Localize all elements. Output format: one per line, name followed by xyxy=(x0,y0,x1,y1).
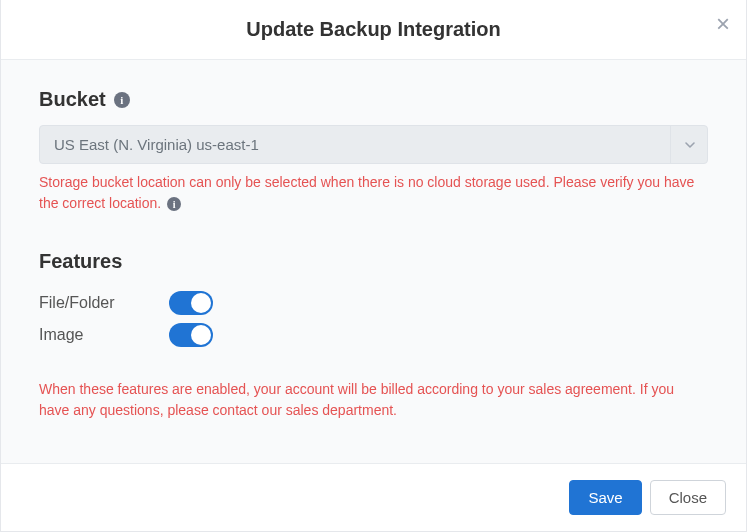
toggle-file-folder[interactable] xyxy=(169,291,213,315)
toggle-image[interactable] xyxy=(169,323,213,347)
feature-label: File/Folder xyxy=(39,294,169,312)
close-button[interactable]: Close xyxy=(650,480,726,515)
toggle-knob xyxy=(191,293,211,313)
bucket-select[interactable]: US East (N. Virginia) us-east-1 xyxy=(39,125,708,164)
bucket-warning-text: Storage bucket location can only be sele… xyxy=(39,174,694,211)
features-heading: Features xyxy=(39,250,708,273)
bucket-select-value: US East (N. Virginia) us-east-1 xyxy=(39,125,708,164)
modal-header: Update Backup Integration × xyxy=(1,0,746,60)
toggle-knob xyxy=(191,325,211,345)
billing-note: When these features are enabled, your ac… xyxy=(39,379,708,421)
info-icon[interactable]: i xyxy=(167,197,181,211)
bucket-warning: Storage bucket location can only be sele… xyxy=(39,172,708,214)
update-backup-modal: Update Backup Integration × Bucket i US … xyxy=(0,0,747,532)
info-icon[interactable]: i xyxy=(114,92,130,108)
feature-label: Image xyxy=(39,326,169,344)
features-section: Features File/Folder Image When these fe… xyxy=(39,250,708,421)
feature-rows: File/Folder Image xyxy=(39,287,708,351)
modal-body: Bucket i US East (N. Virginia) us-east-1… xyxy=(1,60,746,463)
save-button[interactable]: Save xyxy=(569,480,641,515)
bucket-heading-row: Bucket i xyxy=(39,88,708,111)
modal-footer: Save Close xyxy=(1,463,746,531)
modal-title: Update Backup Integration xyxy=(246,18,500,41)
close-icon[interactable]: × xyxy=(716,12,730,36)
feature-row-file-folder: File/Folder xyxy=(39,287,708,319)
bucket-heading: Bucket xyxy=(39,88,106,111)
feature-row-image: Image xyxy=(39,319,708,351)
